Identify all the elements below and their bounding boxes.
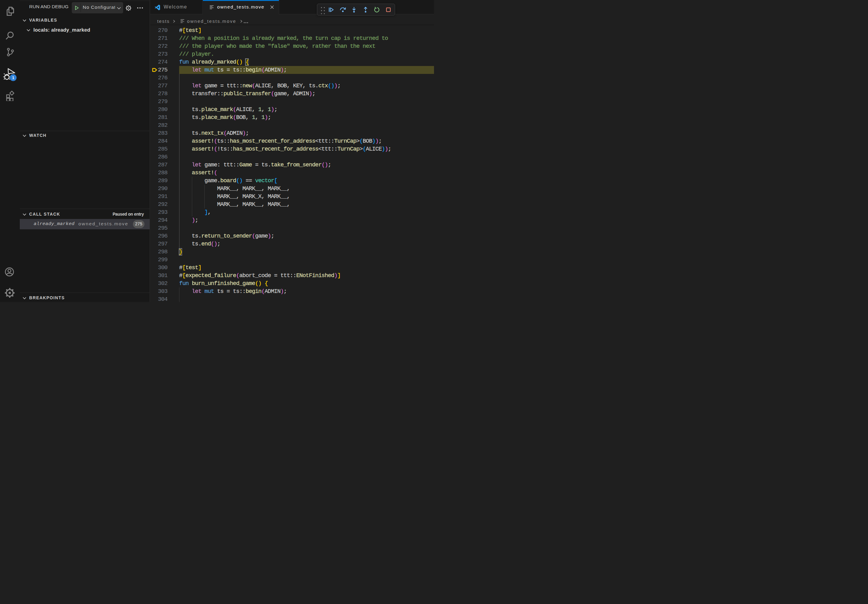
svg-text:1: 1 [12,76,14,80]
